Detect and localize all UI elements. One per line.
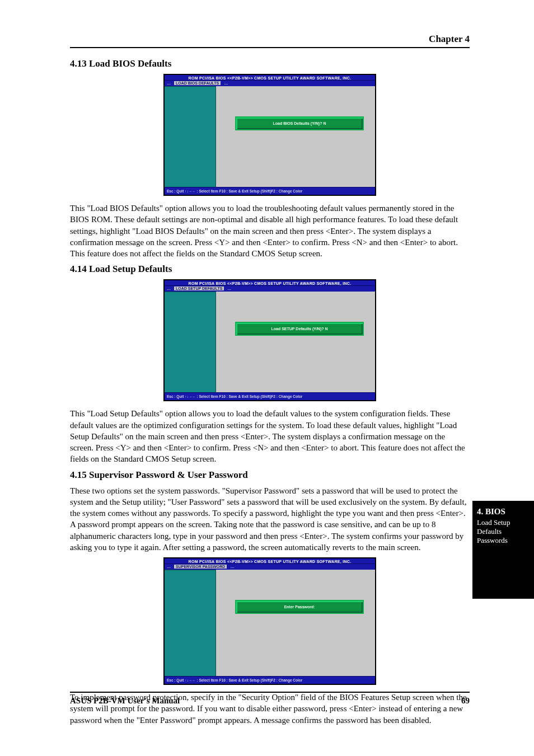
side-tab-line: Defaults [477, 527, 530, 536]
footer-rule [70, 692, 470, 693]
bios-footer: Esc : Quit ↑↓→← : Select Item F10 : Save… [165, 393, 375, 400]
bios-dialog: Load SETUP Defaults (Y/N)? N [235, 322, 364, 336]
bios-title: ROM PCI/ISA BIOS <<P2B-VM>> CMOS SETUP U… [165, 280, 375, 285]
body-414: This "Load Setup Defaults" option allows… [70, 408, 470, 464]
page: Chapter 4 4.13 Load BIOS Defaults ROM PC… [0, 0, 534, 756]
bios-side-panel [165, 292, 216, 392]
footer-left: ASUS P2B-VM User's Manual [70, 696, 180, 706]
body-415-a: These two options set the system passwor… [70, 485, 470, 553]
section-title-413: 4.13 Load BIOS Defaults [70, 58, 470, 69]
bios-title: ROM PCI/ISA BIOS <<P2B-VM>> CMOS SETUP U… [165, 75, 375, 80]
chapter-heading: Chapter 4 [70, 34, 470, 45]
side-tab-line: Load Setup [477, 518, 530, 527]
bios-dialog-text: Load BIOS Defaults (Y/N)? N [241, 121, 358, 126]
bios-footer: Esc : Quit ↑↓→← : Select Item F10 : Save… [165, 187, 375, 195]
section-title-414: 4.14 Load Setup Defaults [70, 264, 470, 275]
bios-dialog: Load BIOS Defaults (Y/N)? N [235, 116, 364, 130]
section-title-415: 4.15 Supervisor Password & User Password [70, 469, 470, 481]
bios-title: ROM PCI/ISA BIOS <<P2B-VM>> CMOS SETUP U… [165, 558, 375, 564]
bios-figure-load-bios-defaults: ROM PCI/ISA BIOS <<P2B-VM>> CMOS SETUP U… [163, 74, 376, 196]
body-413: This "Load BIOS Defaults" option allows … [70, 203, 470, 259]
bios-menu: … LOAD BIOS DEFAULTS … [165, 81, 375, 86]
footer: ASUS P2B-VM User's Manual 69 [70, 692, 470, 706]
bios-menu-active: LOAD BIOS DEFAULTS [174, 81, 221, 85]
bios-menu-active: SUPERVISOR PASSWORD [174, 565, 227, 569]
bios-menu: … SUPERVISOR PASSWORD … [165, 564, 375, 570]
bios-side-panel [165, 86, 216, 187]
footer-right: 69 [461, 696, 470, 706]
bios-dialog: Enter Password: [235, 600, 364, 614]
bios-figure-load-setup-defaults: ROM PCI/ISA BIOS <<P2B-VM>> CMOS SETUP U… [163, 279, 376, 401]
bios-footer: Esc : Quit ↑↓→← : Select Item F10 : Save… [165, 677, 375, 684]
bios-dialog-text: Load SETUP Defaults (Y/N)? N [241, 326, 358, 331]
header-rule [70, 47, 470, 48]
bios-menu-active: LOAD SETUP DEFAULTS [174, 287, 224, 290]
bios-figure-password: ROM PCI/ISA BIOS <<P2B-VM>> CMOS SETUP U… [163, 557, 376, 685]
bios-menu: … LOAD SETUP DEFAULTS … [165, 286, 375, 292]
bios-side-panel [165, 570, 216, 676]
bios-dialog-text: Enter Password: [241, 604, 358, 609]
side-tab-line: Passwords [477, 536, 530, 545]
side-tab-num: 4. BIOS [477, 506, 530, 517]
side-tab: 4. BIOS Load Setup Defaults Passwords [472, 501, 534, 599]
